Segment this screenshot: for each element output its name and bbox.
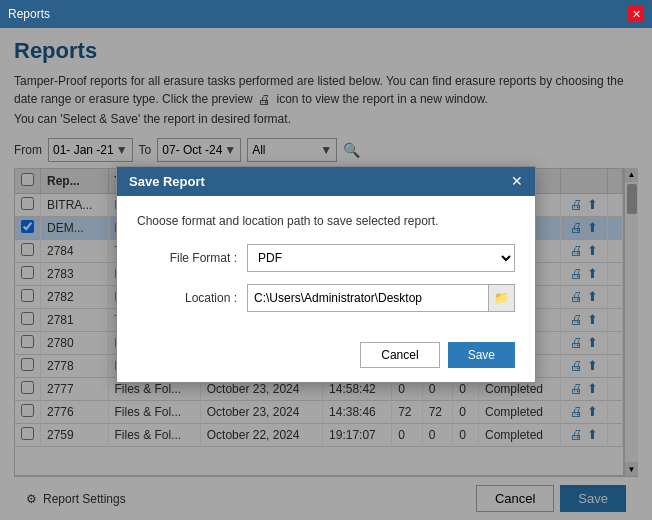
modal-body: Choose format and location path to save … xyxy=(117,196,535,336)
modal-title: Save Report xyxy=(129,174,205,189)
close-window-button[interactable]: ✕ xyxy=(628,6,644,22)
modal-footer: Cancel Save xyxy=(117,336,535,382)
modal-close-button[interactable]: ✕ xyxy=(511,174,523,188)
file-format-label: File Format : xyxy=(137,251,237,265)
file-format-select[interactable]: PDF HTML XML CSV xyxy=(247,244,515,272)
modal-overlay: Save Report ✕ Choose format and location… xyxy=(0,28,652,520)
modal-header: Save Report ✕ xyxy=(117,167,535,196)
save-report-modal: Save Report ✕ Choose format and location… xyxy=(116,166,536,383)
location-input[interactable] xyxy=(247,284,489,312)
file-format-row: File Format : PDF HTML XML CSV xyxy=(137,244,515,272)
title-bar-label: Reports xyxy=(8,7,50,21)
main-window: Reports Tamper-Proof reports for all era… xyxy=(0,28,652,520)
modal-cancel-button[interactable]: Cancel xyxy=(360,342,439,368)
modal-save-button[interactable]: Save xyxy=(448,342,515,368)
location-label: Location : xyxy=(137,291,237,305)
title-bar: Reports ✕ xyxy=(0,0,652,28)
browse-button[interactable]: 📁 xyxy=(489,284,515,312)
location-row: Location : 📁 xyxy=(137,284,515,312)
modal-description: Choose format and location path to save … xyxy=(137,214,515,228)
